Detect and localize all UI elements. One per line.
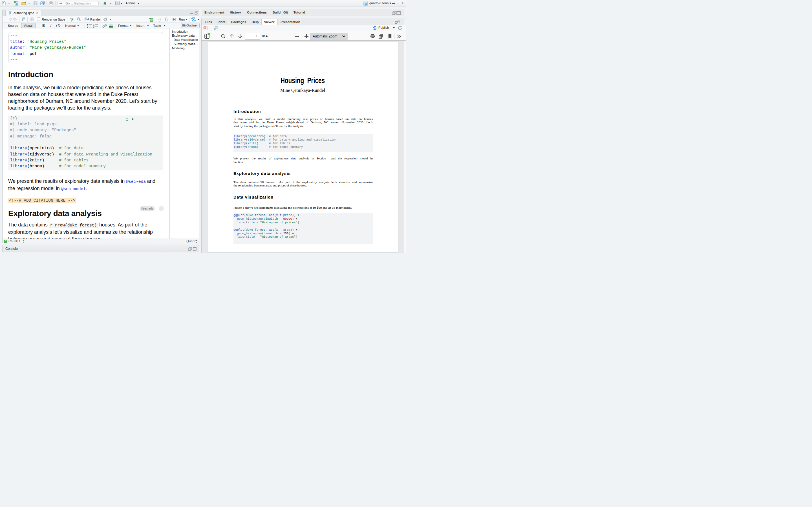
- svg-text:1: 1: [93, 24, 94, 26]
- svg-text:ABC: ABC: [70, 17, 74, 20]
- svg-text:C: C: [151, 18, 153, 22]
- svg-text:R: R: [365, 2, 367, 5]
- svg-text:R: R: [16, 3, 18, 5]
- svg-text:2: 2: [93, 26, 94, 27]
